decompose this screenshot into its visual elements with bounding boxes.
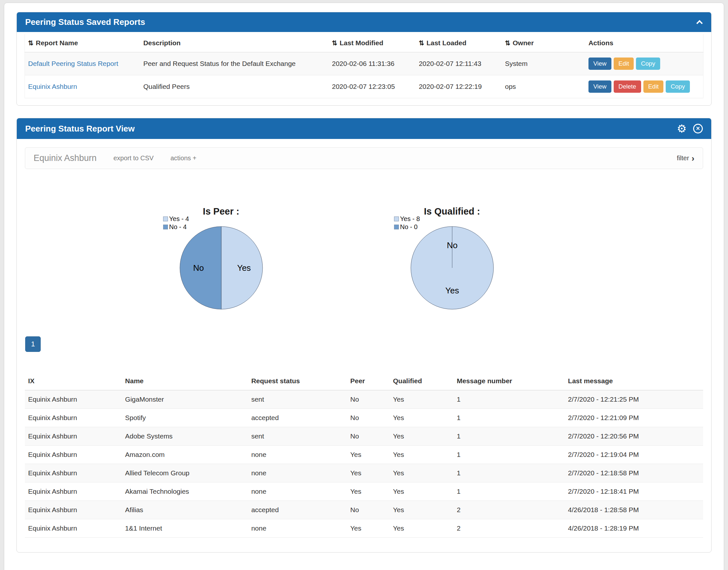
column-header-report-name[interactable]: ⇅Report Name <box>25 34 140 52</box>
result-cell: Yes <box>390 519 454 538</box>
result-cell: 1 <box>454 464 565 483</box>
result-cell: Equinix Ashburn <box>25 501 122 519</box>
saved-reports-panel: Peering Status Saved Reports ⇅Report Nam… <box>16 12 712 106</box>
legend-item: Yes - 8 <box>394 215 420 223</box>
result-cell: Equinix Ashburn <box>25 446 122 464</box>
cell-actions: ViewEditCopy <box>585 52 703 75</box>
result-cell: 2/7/2020 - 12:18:41 PM <box>565 483 703 501</box>
result-cell: 2/7/2020 - 12:20:56 PM <box>565 427 703 446</box>
charts-row: Is Peer : Yes - 4No - 4 YesNo Is Qualifi… <box>106 206 568 310</box>
result-cell: No <box>347 501 390 519</box>
result-cell: No <box>347 390 390 409</box>
report-view-body-area: Equinix Ashburn export to CSV actions + … <box>17 139 711 552</box>
settings-gear-icon[interactable]: ⚙ <box>677 123 687 134</box>
legend-label: Yes - 8 <box>400 215 420 223</box>
close-icon[interactable]: ✕ <box>693 124 703 133</box>
result-cell: accepted <box>248 501 347 519</box>
result-cell: 1&1 Internet <box>122 519 248 538</box>
cell-loaded: 2020-02-07 12:22:19 <box>416 75 502 98</box>
chart-title: Is Qualified : <box>424 206 480 217</box>
edit-button[interactable]: Edit <box>614 57 634 70</box>
copy-button[interactable]: Copy <box>636 57 660 70</box>
column-header-last-loaded[interactable]: ⇅Last Loaded <box>416 34 502 52</box>
column-header-name: Name <box>122 372 248 390</box>
chevron-right-icon: › <box>692 154 694 163</box>
close-x-glyph: ✕ <box>696 126 700 131</box>
result-cell: 1 <box>454 409 565 427</box>
report-name-title: Equinix Ashburn <box>34 153 97 163</box>
result-cell: none <box>248 519 347 538</box>
legend-label: No - 4 <box>169 223 187 231</box>
result-cell: Yes <box>390 464 454 483</box>
legend-swatch <box>163 225 168 229</box>
legend-swatch <box>394 225 399 229</box>
legend-swatch <box>394 217 399 221</box>
results-header-row: IXNameRequest statusPeerQualifiedMessage… <box>25 372 703 390</box>
legend-item: No - 0 <box>394 223 420 231</box>
report-view-panel: Peering Status Report View ⚙ ✕ Equinix A… <box>16 118 712 553</box>
result-cell: Yes <box>390 390 454 409</box>
result-cell: Akamai Technologies <box>122 483 248 501</box>
cell-report-name: Equinix Ashburn <box>25 75 140 98</box>
view-button[interactable]: View <box>589 57 611 70</box>
page-button[interactable]: 1 <box>25 336 41 352</box>
result-cell: Yes <box>347 446 390 464</box>
report-name-link[interactable]: Default Peering Status Report <box>28 60 118 67</box>
legend-label: No - 0 <box>400 223 418 231</box>
legend-item: Yes - 4 <box>163 215 189 223</box>
legend-item: No - 4 <box>163 223 189 231</box>
pie-chart: Is Peer : Yes - 4No - 4 YesNo <box>106 206 336 310</box>
result-cell: 2/7/2020 - 12:21:25 PM <box>565 390 703 409</box>
result-row: Equinix AshburnSpotifyacceptedNoYes12/7/… <box>25 409 703 427</box>
pagination: 1 <box>25 336 703 352</box>
column-header-message-number: Message number <box>454 372 565 390</box>
result-cell: 2 <box>454 519 565 538</box>
report-toolbar: Equinix Ashburn export to CSV actions + … <box>25 148 703 169</box>
column-header-last-message: Last message <box>565 372 703 390</box>
result-cell: 1 <box>454 427 565 446</box>
pie-slice-label: Yes <box>237 263 251 273</box>
actions-link[interactable]: actions + <box>170 155 197 162</box>
result-cell: Yes <box>390 446 454 464</box>
saved-report-row: Default Peering Status ReportPeer and Re… <box>25 52 703 75</box>
pie-wrap: Yes - 4No - 4 YesNo <box>179 225 264 310</box>
column-header-owner[interactable]: ⇅Owner <box>502 34 585 52</box>
collapse-chevron-up-icon[interactable] <box>696 20 703 26</box>
column-header-ix: IX <box>25 372 122 390</box>
result-cell: 1 <box>454 390 565 409</box>
export-csv-link[interactable]: export to CSV <box>113 155 154 162</box>
report-view-panel-title: Peering Status Report View <box>25 124 135 134</box>
result-cell: 2/7/2020 - 12:19:04 PM <box>565 446 703 464</box>
result-cell: Equinix Ashburn <box>25 427 122 446</box>
result-row: Equinix AshburnAllied Telecom GroupnoneY… <box>25 464 703 483</box>
sort-icon: ⇅ <box>332 39 337 46</box>
edit-button[interactable]: Edit <box>643 80 664 93</box>
result-cell: Equinix Ashburn <box>25 390 122 409</box>
result-cell: Yes <box>390 427 454 446</box>
column-header-last-modified[interactable]: ⇅Last Modified <box>329 34 416 52</box>
result-cell: Yes <box>347 464 390 483</box>
saved-reports-panel-header: Peering Status Saved Reports <box>17 12 711 32</box>
result-cell: 2/7/2020 - 12:18:58 PM <box>565 464 703 483</box>
report-name-link[interactable]: Equinix Ashburn <box>28 83 77 90</box>
pie-slice-label: Yes <box>445 286 459 295</box>
result-cell: Equinix Ashburn <box>25 409 122 427</box>
result-row: Equinix AshburnGigaMonstersentNoYes12/7/… <box>25 390 703 409</box>
result-cell: GigaMonster <box>122 390 248 409</box>
result-cell: 1 <box>454 446 565 464</box>
delete-button[interactable]: Delete <box>614 80 641 93</box>
filter-label: filter <box>677 155 689 162</box>
saved-report-row: Equinix AshburnQualified Peers2020-02-07… <box>25 75 703 98</box>
page-container: Peering Status Saved Reports ⇅Report Nam… <box>4 3 724 570</box>
result-cell: No <box>347 409 390 427</box>
cell-modified: 2020-02-07 12:23:05 <box>329 75 416 98</box>
report-view-panel-header: Peering Status Report View ⚙ ✕ <box>17 118 711 139</box>
result-cell: Amazon.com <box>122 446 248 464</box>
view-button[interactable]: View <box>589 80 611 93</box>
result-cell: none <box>248 483 347 501</box>
cell-loaded: 2020-02-07 12:11:43 <box>416 52 502 75</box>
result-cell: Allied Telecom Group <box>122 464 248 483</box>
filter-link[interactable]: filter › <box>677 154 694 163</box>
result-cell: 4/26/2018 - 1:28:19 PM <box>565 519 703 538</box>
copy-button[interactable]: Copy <box>666 80 690 93</box>
